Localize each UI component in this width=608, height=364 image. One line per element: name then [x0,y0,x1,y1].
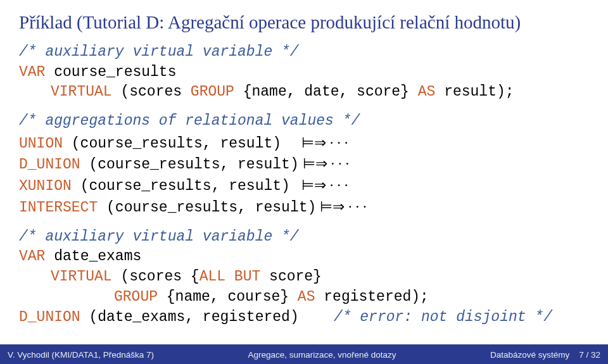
code-text: (date_exams, registered) [80,309,299,325]
keyword: UNION [19,135,63,152]
code-text: result); [435,84,514,100]
comment: /* aggregations of relational values */ [19,113,360,129]
footer-page: Databázové systémy 7 / 32 [490,350,600,360]
keyword: D_UNION [19,309,80,325]
keyword: VAR [19,64,45,80]
keyword: INTERSECT [19,199,98,216]
arrow-icon: ⊨⇒ · · · [299,154,353,174]
code-text: {name, course} [158,289,298,305]
keyword: AS [418,84,436,100]
code-text: course_results [45,64,176,80]
keyword: XUNION [19,178,72,194]
keyword: ALL BUT [200,268,261,285]
footer-author: V. Vychodil (KMI/DATA1, Přednáška 7) [8,350,154,360]
footer-course: Databázové systémy [490,350,569,360]
comment: /* auxiliary virtual variable */ [19,229,299,245]
arrow-icon: ⊨⇒ · · · [298,175,352,196]
code-block-2: /* aggregations of relational values */ … [19,111,589,218]
footer-title: Agregace, sumarizace, vnořené dotazy [154,350,490,360]
keyword: VIRTUAL [51,84,112,100]
code-text: (scores [112,84,191,100]
code-text: (course_results, result) [98,199,316,216]
arrow-row: UNION (course_results, result) ⊨⇒ · · · [19,133,589,154]
keyword: VAR [19,248,45,265]
slide: Příklad (Tutorial D: Agregační operace p… [0,0,608,364]
code-block-3: /* auxiliary virtual variable */ VAR dat… [19,227,589,328]
arrow-icon: ⊨⇒ · · · [298,133,352,153]
footer-pagenum: 7 / 32 [579,350,600,360]
code-text: (course_results, result) [72,178,290,194]
comment: /* auxiliary virtual variable */ [19,44,299,60]
keyword: D_UNION [19,156,80,173]
code-text: (scores { [112,268,200,285]
arrow-table: UNION (course_results, result) ⊨⇒ · · · … [19,133,589,218]
keyword: AS [298,289,315,305]
keyword: GROUP [191,84,234,100]
code-text: score} [260,268,322,285]
arrow-row: D_UNION (course_results, result) ⊨⇒ · · … [19,154,589,175]
slide-title: Příklad (Tutorial D: Agregační operace p… [19,11,589,34]
arrow-icon: ⊨⇒ · · · [316,197,370,217]
keyword: GROUP [114,289,158,305]
code-text: (course_results, result) [63,135,281,152]
code-text: date_exams [45,248,141,265]
keyword: VIRTUAL [51,268,112,285]
arrow-row: XUNION (course_results, result) ⊨⇒ · · · [19,175,589,197]
content-area: Příklad (Tutorial D: Agregační operace p… [0,0,608,344]
arrow-row: INTERSECT (course_results, result) ⊨⇒ · … [19,197,589,218]
code-block-1: /* auxiliary virtual variable */ VAR cou… [19,42,589,103]
code-text: registered); [315,289,428,305]
code-text: {name, date, score} [234,84,418,100]
code-text: (course_results, result) [80,156,299,173]
footer: V. Vychodil (KMI/DATA1, Přednáška 7) Agr… [0,345,608,364]
comment: /* error: not disjoint */ [334,309,552,325]
